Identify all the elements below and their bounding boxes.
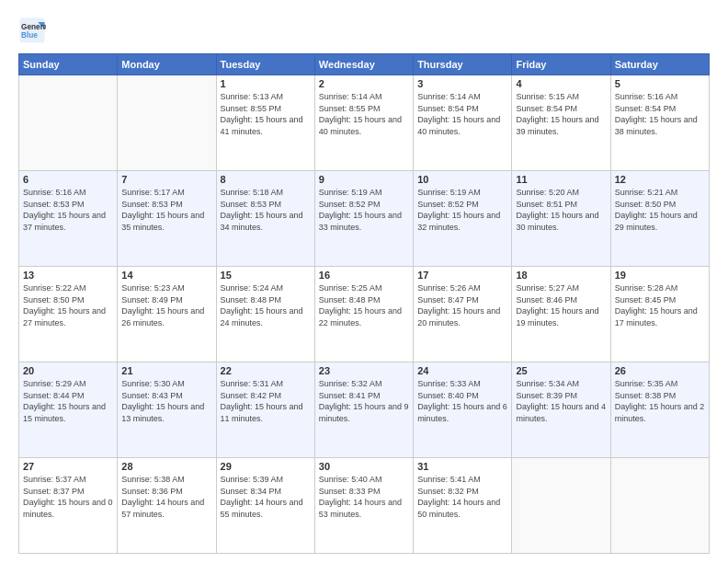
day-number: 12 (615, 174, 705, 185)
day-info: Sunrise: 5:17 AMSunset: 8:53 PMDaylight:… (121, 187, 211, 233)
day-info: Sunrise: 5:28 AMSunset: 8:45 PMDaylight:… (615, 282, 705, 328)
calendar-cell: 5Sunrise: 5:16 AMSunset: 8:54 PMDaylight… (610, 75, 709, 171)
day-info: Sunrise: 5:39 AMSunset: 8:34 PMDaylight:… (221, 474, 311, 520)
calendar-cell (118, 75, 216, 171)
day-info: Sunrise: 5:34 AMSunset: 8:39 PMDaylight:… (516, 378, 606, 424)
calendar-cell: 15Sunrise: 5:24 AMSunset: 8:48 PMDayligh… (216, 267, 314, 362)
day-info: Sunrise: 5:27 AMSunset: 8:46 PMDaylight:… (516, 282, 606, 328)
calendar-cell: 17Sunrise: 5:26 AMSunset: 8:47 PMDayligh… (414, 267, 512, 362)
calendar-cell (19, 75, 118, 171)
calendar-cell: 6Sunrise: 5:16 AMSunset: 8:53 PMDaylight… (19, 171, 118, 267)
day-number: 6 (23, 174, 113, 185)
logo-icon: General Blue (18, 17, 46, 44)
day-number: 13 (23, 270, 113, 281)
day-info: Sunrise: 5:41 AMSunset: 8:32 PMDaylight:… (417, 474, 507, 520)
day-number: 2 (319, 78, 409, 89)
day-info: Sunrise: 5:32 AMSunset: 8:41 PMDaylight:… (319, 378, 409, 424)
day-number: 30 (319, 461, 409, 472)
day-number: 29 (221, 461, 311, 472)
calendar-cell: 4Sunrise: 5:15 AMSunset: 8:54 PMDaylight… (512, 75, 610, 171)
day-info: Sunrise: 5:40 AMSunset: 8:33 PMDaylight:… (319, 474, 409, 520)
svg-text:Blue: Blue (21, 31, 38, 40)
day-info: Sunrise: 5:16 AMSunset: 8:53 PMDaylight:… (23, 187, 113, 233)
calendar-cell: 20Sunrise: 5:29 AMSunset: 8:44 PMDayligh… (19, 362, 118, 458)
calendar-cell: 3Sunrise: 5:14 AMSunset: 8:54 PMDaylight… (414, 75, 512, 171)
page: General Blue SundayMondayTuesdayWednesda… (0, 0, 728, 563)
day-number: 18 (516, 270, 606, 281)
day-info: Sunrise: 5:35 AMSunset: 8:38 PMDaylight:… (615, 378, 705, 424)
calendar-week-row: 6Sunrise: 5:16 AMSunset: 8:53 PMDaylight… (19, 171, 710, 267)
calendar-week-row: 1Sunrise: 5:13 AMSunset: 8:55 PMDaylight… (19, 75, 710, 171)
calendar-cell: 31Sunrise: 5:41 AMSunset: 8:32 PMDayligh… (414, 458, 512, 554)
weekday-header-thursday: Thursday (414, 54, 512, 75)
calendar-cell: 28Sunrise: 5:38 AMSunset: 8:36 PMDayligh… (118, 458, 216, 554)
weekday-header-saturday: Saturday (610, 54, 709, 75)
calendar-cell: 10Sunrise: 5:19 AMSunset: 8:52 PMDayligh… (414, 171, 512, 267)
calendar-cell: 18Sunrise: 5:27 AMSunset: 8:46 PMDayligh… (512, 267, 610, 362)
weekday-header-friday: Friday (512, 54, 610, 75)
day-number: 9 (319, 174, 409, 185)
day-info: Sunrise: 5:22 AMSunset: 8:50 PMDaylight:… (23, 282, 113, 328)
calendar-cell: 12Sunrise: 5:21 AMSunset: 8:50 PMDayligh… (610, 171, 709, 267)
day-info: Sunrise: 5:19 AMSunset: 8:52 PMDaylight:… (319, 187, 409, 233)
calendar-cell (610, 458, 709, 554)
day-number: 8 (221, 174, 311, 185)
calendar-cell: 23Sunrise: 5:32 AMSunset: 8:41 PMDayligh… (314, 362, 413, 458)
svg-text:General: General (21, 23, 46, 31)
weekday-header-monday: Monday (118, 54, 216, 75)
day-number: 20 (23, 365, 113, 376)
day-info: Sunrise: 5:23 AMSunset: 8:49 PMDaylight:… (121, 282, 211, 328)
calendar-cell: 19Sunrise: 5:28 AMSunset: 8:45 PMDayligh… (610, 267, 709, 362)
day-info: Sunrise: 5:31 AMSunset: 8:42 PMDaylight:… (221, 378, 311, 424)
day-number: 25 (516, 365, 606, 376)
calendar-cell: 25Sunrise: 5:34 AMSunset: 8:39 PMDayligh… (512, 362, 610, 458)
calendar-cell: 24Sunrise: 5:33 AMSunset: 8:40 PMDayligh… (414, 362, 512, 458)
day-number: 15 (221, 270, 311, 281)
day-number: 1 (221, 78, 311, 89)
calendar-cell: 8Sunrise: 5:18 AMSunset: 8:53 PMDaylight… (216, 171, 314, 267)
calendar-cell: 11Sunrise: 5:20 AMSunset: 8:51 PMDayligh… (512, 171, 610, 267)
day-info: Sunrise: 5:14 AMSunset: 8:55 PMDaylight:… (319, 91, 409, 137)
day-number: 21 (121, 365, 211, 376)
calendar-cell: 13Sunrise: 5:22 AMSunset: 8:50 PMDayligh… (19, 267, 118, 362)
weekday-header-wednesday: Wednesday (314, 54, 413, 75)
day-number: 22 (221, 365, 311, 376)
day-info: Sunrise: 5:18 AMSunset: 8:53 PMDaylight:… (221, 187, 311, 233)
calendar-week-row: 20Sunrise: 5:29 AMSunset: 8:44 PMDayligh… (19, 362, 710, 458)
day-info: Sunrise: 5:38 AMSunset: 8:36 PMDaylight:… (121, 474, 211, 520)
day-info: Sunrise: 5:13 AMSunset: 8:55 PMDaylight:… (221, 91, 311, 137)
day-info: Sunrise: 5:25 AMSunset: 8:48 PMDaylight:… (319, 282, 409, 328)
calendar-cell: 9Sunrise: 5:19 AMSunset: 8:52 PMDaylight… (314, 171, 413, 267)
calendar-cell: 29Sunrise: 5:39 AMSunset: 8:34 PMDayligh… (216, 458, 314, 554)
day-number: 10 (417, 174, 507, 185)
calendar-cell: 2Sunrise: 5:14 AMSunset: 8:55 PMDaylight… (314, 75, 413, 171)
day-number: 24 (417, 365, 507, 376)
calendar-table: SundayMondayTuesdayWednesdayThursdayFrid… (18, 53, 710, 554)
calendar-cell: 1Sunrise: 5:13 AMSunset: 8:55 PMDaylight… (216, 75, 314, 171)
day-info: Sunrise: 5:21 AMSunset: 8:50 PMDaylight:… (615, 187, 705, 233)
day-number: 4 (516, 78, 606, 89)
day-info: Sunrise: 5:15 AMSunset: 8:54 PMDaylight:… (516, 91, 606, 137)
day-info: Sunrise: 5:16 AMSunset: 8:54 PMDaylight:… (615, 91, 705, 137)
day-info: Sunrise: 5:33 AMSunset: 8:40 PMDaylight:… (417, 378, 507, 424)
day-number: 14 (121, 270, 211, 281)
calendar-cell: 16Sunrise: 5:25 AMSunset: 8:48 PMDayligh… (314, 267, 413, 362)
logo: General Blue (18, 17, 46, 44)
calendar-header-row: SundayMondayTuesdayWednesdayThursdayFrid… (19, 54, 710, 75)
calendar-cell: 27Sunrise: 5:37 AMSunset: 8:37 PMDayligh… (19, 458, 118, 554)
calendar-cell: 21Sunrise: 5:30 AMSunset: 8:43 PMDayligh… (118, 362, 216, 458)
calendar-cell: 7Sunrise: 5:17 AMSunset: 8:53 PMDaylight… (118, 171, 216, 267)
day-number: 16 (319, 270, 409, 281)
calendar-cell: 26Sunrise: 5:35 AMSunset: 8:38 PMDayligh… (610, 362, 709, 458)
day-number: 17 (417, 270, 507, 281)
calendar-cell: 14Sunrise: 5:23 AMSunset: 8:49 PMDayligh… (118, 267, 216, 362)
day-number: 3 (417, 78, 507, 89)
day-info: Sunrise: 5:26 AMSunset: 8:47 PMDaylight:… (417, 282, 507, 328)
calendar-cell: 30Sunrise: 5:40 AMSunset: 8:33 PMDayligh… (314, 458, 413, 554)
weekday-header-sunday: Sunday (19, 54, 118, 75)
calendar-week-row: 27Sunrise: 5:37 AMSunset: 8:37 PMDayligh… (19, 458, 710, 554)
day-info: Sunrise: 5:14 AMSunset: 8:54 PMDaylight:… (417, 91, 507, 137)
calendar-week-row: 13Sunrise: 5:22 AMSunset: 8:50 PMDayligh… (19, 267, 710, 362)
day-number: 23 (319, 365, 409, 376)
day-number: 19 (615, 270, 705, 281)
